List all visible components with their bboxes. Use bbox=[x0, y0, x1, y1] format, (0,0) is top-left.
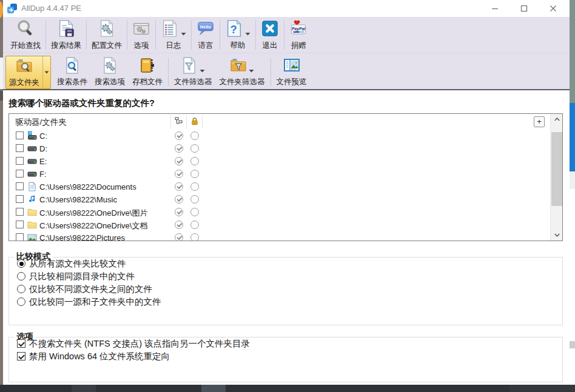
list-item[interactable]: D: bbox=[9, 142, 550, 155]
tab-file-preview[interactable]: 文件预览 bbox=[273, 56, 311, 87]
chevron-down-icon[interactable] bbox=[249, 64, 254, 75]
checkbox-option[interactable]: 不搜索文件夹 (NTFS 交接点) 该点指向另一个文件夹目录 bbox=[17, 337, 562, 350]
toolbar-button-label: 搜索结果 bbox=[51, 41, 81, 51]
radio-unselected[interactable] bbox=[17, 285, 25, 293]
lock-toggle-unchecked[interactable] bbox=[190, 182, 199, 191]
tab-source-folders[interactable]: 源文件夹 bbox=[5, 56, 51, 89]
radio-unselected[interactable] bbox=[17, 297, 25, 306]
background-strip-blue bbox=[570, 103, 575, 171]
start-search-button[interactable]: 开始查找 bbox=[7, 19, 44, 51]
subfolder-recurse-icon[interactable] bbox=[175, 117, 183, 125]
list-item[interactable]: C:\Users\98222\Documents bbox=[9, 181, 550, 193]
tab-file-filter[interactable]: 文件筛选器 bbox=[170, 56, 216, 87]
tab-search-options[interactable]: 搜索选项 bbox=[91, 56, 129, 87]
radio-option[interactable]: 从所有源文件夹比较文件 bbox=[17, 257, 562, 270]
results-page-icon bbox=[57, 19, 75, 40]
help-button[interactable]: ? 帮助 bbox=[221, 19, 254, 51]
row-checkbox[interactable] bbox=[16, 233, 24, 241]
recurse-toggle-checked[interactable] bbox=[175, 208, 183, 216]
tab-label: 文件夹筛选器 bbox=[220, 77, 265, 87]
toolbar-button-label: 退出 bbox=[263, 41, 278, 51]
radio-unselected[interactable] bbox=[17, 272, 25, 281]
scrollbar-thumb[interactable] bbox=[551, 132, 562, 206]
row-checkbox[interactable] bbox=[16, 131, 24, 139]
hello-bubble-icon: Hello bbox=[197, 19, 215, 40]
row-checkbox[interactable] bbox=[16, 170, 24, 178]
chevron-down-icon[interactable] bbox=[181, 27, 186, 38]
scroll-down-button[interactable] bbox=[551, 230, 563, 241]
list-item[interactable]: E: bbox=[9, 155, 550, 168]
chevron-down-icon[interactable] bbox=[42, 56, 50, 88]
alldup-app-icon bbox=[7, 3, 18, 14]
toolbar-button-label: 帮助 bbox=[230, 41, 246, 51]
recurse-toggle-checked[interactable] bbox=[175, 144, 183, 153]
list-item[interactable]: C:\Users\98222\OneDrive\文档 bbox=[9, 219, 550, 231]
lock-toggle-unchecked[interactable] bbox=[190, 208, 199, 216]
lock-toggle-unchecked[interactable] bbox=[190, 131, 199, 140]
recurse-toggle-checked[interactable] bbox=[175, 195, 183, 204]
radio-selected[interactable] bbox=[17, 259, 25, 268]
recurse-toggle-checked[interactable] bbox=[175, 233, 183, 241]
row-checkbox[interactable] bbox=[16, 157, 24, 165]
row-checkbox[interactable] bbox=[16, 144, 24, 152]
system-drive-icon bbox=[27, 131, 37, 141]
recurse-toggle-checked[interactable] bbox=[175, 182, 183, 191]
add-folder-button[interactable]: + bbox=[534, 116, 545, 127]
list-item[interactable]: C:\Users\98222\Pictures bbox=[9, 231, 550, 241]
close-button[interactable] bbox=[539, 0, 567, 17]
donate-button[interactable]: PayPal 捐赠 bbox=[286, 19, 311, 51]
checkbox-checked[interactable] bbox=[17, 339, 25, 348]
lock-toggle-unchecked[interactable] bbox=[190, 221, 199, 229]
radio-option[interactable]: 仅比较同一源和子文件夹中的文件 bbox=[17, 296, 562, 308]
chevron-down-icon[interactable] bbox=[200, 64, 205, 75]
minimize-button[interactable] bbox=[481, 0, 509, 17]
radio-option[interactable]: 仅比较不同源文件夹之间的文件 bbox=[17, 283, 562, 296]
tab-folder-filter[interactable]: 文件夹筛选器 bbox=[216, 56, 269, 87]
lock-icon[interactable] bbox=[190, 117, 199, 125]
background-strip bbox=[570, 0, 575, 103]
archive-zip-icon bbox=[139, 57, 156, 76]
radio-option[interactable]: 只比较相同源目录中的文件 bbox=[17, 270, 562, 283]
list-item[interactable]: F: bbox=[9, 168, 550, 181]
folder-icon bbox=[27, 220, 37, 230]
checkbox-checked[interactable] bbox=[17, 352, 25, 360]
recurse-toggle-checked[interactable] bbox=[175, 157, 183, 165]
scroll-up-button[interactable] bbox=[551, 114, 563, 125]
drive-icon bbox=[27, 169, 37, 179]
row-checkbox[interactable] bbox=[16, 221, 24, 228]
lock-toggle-unchecked[interactable] bbox=[190, 144, 199, 153]
toolbar-button-label: 语言 bbox=[198, 41, 214, 51]
lock-toggle-unchecked[interactable] bbox=[190, 233, 199, 241]
lock-toggle-unchecked[interactable] bbox=[190, 170, 199, 178]
log-button[interactable]: 日志 bbox=[157, 19, 190, 51]
list-item[interactable]: C:\Users\98222\OneDrive\图片 bbox=[9, 206, 550, 219]
exit-button[interactable]: 退出 bbox=[257, 19, 283, 51]
column-header-drive-folder[interactable]: 驱动器/文件夹 bbox=[15, 117, 67, 128]
source-folder-list: 驱动器/文件夹 bbox=[8, 113, 563, 241]
options-button[interactable]: 选项 bbox=[129, 19, 154, 51]
document-icon bbox=[27, 182, 37, 191]
recurse-toggle-checked[interactable] bbox=[175, 170, 183, 178]
language-button[interactable]: Hello 语言 bbox=[193, 19, 218, 51]
tab-archive-files[interactable]: 存档文件 bbox=[129, 56, 166, 87]
list-item[interactable]: C:\Users\98222\Music bbox=[9, 193, 550, 206]
taskbar-fragment bbox=[509, 385, 575, 392]
chevron-down-icon[interactable] bbox=[245, 27, 251, 38]
screen: AllDup 4.4.47 PE 开始查找 bbox=[0, 0, 575, 392]
lock-toggle-unchecked[interactable] bbox=[190, 195, 199, 204]
search-results-button[interactable]: 搜索结果 bbox=[47, 19, 85, 51]
background-strip-light bbox=[570, 171, 575, 189]
row-checkbox[interactable] bbox=[16, 195, 24, 203]
tab-search-criteria[interactable]: 搜索条件 bbox=[53, 56, 91, 87]
recurse-toggle-checked[interactable] bbox=[175, 131, 183, 140]
maximize-button[interactable] bbox=[510, 0, 538, 17]
checkbox-option[interactable]: 禁用 Windows 64 位文件系统重定向 bbox=[17, 350, 562, 363]
row-checkbox[interactable] bbox=[16, 182, 24, 190]
lock-toggle-unchecked[interactable] bbox=[190, 157, 199, 165]
recurse-toggle-checked[interactable] bbox=[175, 221, 183, 229]
row-checkbox[interactable] bbox=[16, 208, 24, 216]
list-scrollbar[interactable] bbox=[550, 114, 562, 241]
list-item[interactable]: C: bbox=[9, 130, 550, 142]
profiles-button[interactable]: 配置文件 bbox=[88, 19, 126, 51]
question-glyph: ? bbox=[230, 24, 237, 36]
